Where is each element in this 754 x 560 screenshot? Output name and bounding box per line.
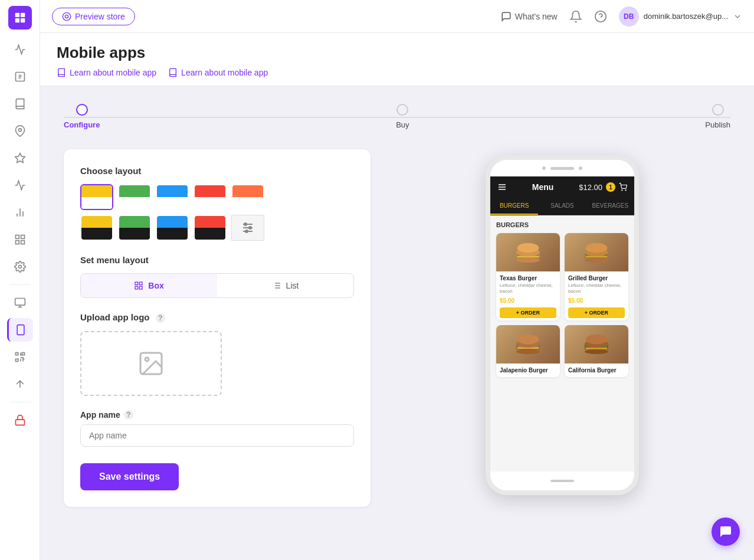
learn-link-1[interactable]: Learn about mobile app (57, 68, 156, 77)
layout-swatch-5[interactable] (80, 215, 113, 241)
user-avatar: DB (619, 6, 639, 27)
app-logo[interactable] (8, 6, 32, 30)
learn-link-2[interactable]: Learn about mobile app (168, 68, 268, 77)
notifications-icon[interactable] (569, 10, 582, 23)
box-label: Box (148, 281, 163, 290)
phone-frame: Menu $12.00 1 (486, 155, 639, 495)
svg-point-56 (517, 243, 539, 253)
phone-cart: $12.00 1 (579, 182, 627, 192)
svg-point-51 (516, 257, 540, 262)
sidebar-divider (9, 284, 31, 285)
preview-store-button[interactable]: Preview store (52, 8, 135, 25)
sidebar-item-reports[interactable] (7, 201, 33, 224)
sidebar-item-locked[interactable] (7, 408, 33, 432)
steps-content: Configure Buy Publish (40, 86, 754, 525)
svg-point-69 (585, 349, 608, 354)
stepper-step-buy[interactable]: Buy (396, 104, 409, 129)
phone-tab-salads[interactable]: SALADS (538, 198, 586, 215)
svg-rect-22 (15, 359, 18, 361)
phone-item-price-0: $5.00 (500, 297, 556, 304)
layout-swatch-6[interactable] (118, 215, 151, 241)
whats-new-button[interactable]: What's new (501, 11, 558, 22)
sidebar-item-widgets[interactable] (7, 228, 33, 251)
layout-swatch-4[interactable] (231, 184, 264, 210)
svg-marker-6 (15, 153, 25, 163)
menu-layout-box[interactable]: Box (81, 274, 217, 297)
stepper-step-publish[interactable]: Publish (705, 104, 730, 129)
svg-point-14 (18, 266, 21, 268)
upload-logo-box[interactable] (80, 331, 222, 396)
chat-widget-button[interactable] (712, 518, 740, 546)
phone-cart-price: $12.00 (579, 183, 602, 192)
svg-rect-21 (22, 353, 24, 355)
app-name-help-icon[interactable]: ? (124, 410, 133, 420)
svg-point-68 (517, 335, 539, 345)
svg-point-5 (18, 129, 21, 132)
svg-point-25 (65, 15, 68, 18)
stepper: Configure Buy Publish (64, 104, 730, 129)
phone-tab-burgers[interactable]: BURGERS (490, 198, 538, 215)
app-name-input[interactable] (80, 424, 354, 447)
sidebar (0, 0, 40, 560)
sidebar-item-location[interactable] (7, 119, 33, 143)
svg-rect-23 (15, 420, 24, 425)
sidebar-item-mobile-apps[interactable] (7, 318, 33, 342)
layout-swatch-custom[interactable] (231, 215, 264, 241)
phone-order-btn-0[interactable]: + ORDER (500, 307, 556, 318)
page-links: Learn about mobile app Learn about mobil… (57, 68, 737, 77)
stepper-steps: Configure Buy Publish (64, 104, 730, 129)
menu-layout-section: Set menu layout Box List (80, 255, 354, 298)
phone-item-name-3: California Burger (568, 367, 625, 374)
svg-rect-12 (21, 241, 24, 244)
two-col-layout: Choose layout (64, 149, 730, 507)
phone-order-btn-1[interactable]: + ORDER (568, 307, 625, 318)
upload-logo-help-icon[interactable]: ? (156, 313, 165, 323)
sidebar-item-online-ordering[interactable] (7, 291, 33, 315)
topbar-left: Preview store (52, 8, 494, 25)
sidebar-item-orders[interactable] (7, 65, 33, 89)
upload-image-icon (137, 349, 165, 378)
phone-item-img-2 (496, 325, 560, 363)
phone-notch (490, 160, 634, 176)
phone-section-title: BURGERS (496, 221, 628, 228)
svg-rect-15 (15, 299, 25, 306)
sidebar-item-analytics[interactable] (7, 38, 33, 61)
chat-icon (719, 525, 733, 539)
svg-rect-35 (140, 282, 143, 285)
phone-item-desc-0: Lettuce, cheddar cheese, bacon (500, 283, 556, 295)
phone-camera-dot (542, 166, 546, 170)
layout-swatch-8[interactable] (194, 215, 227, 241)
phone-tab-beverages[interactable]: BEVERAGES (586, 198, 634, 215)
sidebar-item-settings[interactable] (7, 255, 33, 279)
layout-swatch-1[interactable] (118, 184, 151, 210)
phone-bottom-bar (490, 471, 634, 490)
menu-layout-title: Set menu layout (80, 255, 354, 265)
svg-point-31 (244, 223, 247, 225)
sidebar-item-catalog[interactable] (7, 92, 33, 116)
layout-swatch-3[interactable] (194, 184, 227, 210)
stepper-step-configure[interactable]: Configure (64, 104, 100, 129)
layout-swatch-2[interactable] (156, 184, 189, 210)
phone-content: BURGERS (490, 215, 634, 383)
sidebar-item-marketing[interactable] (7, 173, 33, 197)
upload-logo-title: Upload app logo ? (80, 312, 354, 323)
menu-layout-list[interactable]: List (217, 274, 353, 297)
phone-item-body-2: Jalapenio Burger (496, 363, 560, 377)
hamburger-icon (497, 182, 507, 192)
layout-swatches (80, 184, 354, 241)
svg-point-74 (586, 335, 608, 345)
sidebar-item-loyalty[interactable] (7, 146, 33, 170)
user-menu[interactable]: DB dominik.bartoszek@up... (619, 6, 742, 27)
svg-rect-0 (15, 13, 19, 17)
sidebar-item-launch[interactable] (7, 372, 33, 396)
svg-rect-36 (135, 286, 138, 289)
page-title: Mobile apps (57, 44, 737, 62)
layout-swatch-0[interactable] (80, 184, 113, 210)
phone-item-0: Texas Burger Lettuce, cheddar cheese, ba… (496, 233, 560, 320)
layout-swatch-7[interactable] (156, 215, 189, 241)
save-settings-button[interactable]: Save settings (80, 463, 179, 490)
phone-item-body-0: Texas Burger Lettuce, cheddar cheese, ba… (496, 271, 560, 320)
phone-menu-title: Menu (532, 182, 554, 192)
sidebar-item-qr[interactable] (7, 345, 33, 369)
help-icon[interactable] (594, 10, 607, 23)
